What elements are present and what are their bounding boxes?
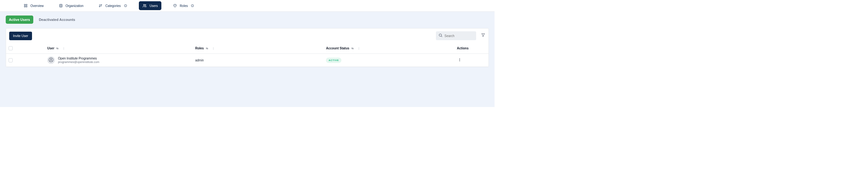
svg-point-24 [213,47,213,47]
status-badge: ACTIVE [326,58,341,63]
svg-point-34 [459,61,460,62]
svg-point-32 [459,59,460,59]
tab-active-users[interactable]: Active Users [6,15,33,24]
users-table: User [6,43,489,67]
table-header-row: User [6,43,489,54]
svg-point-5 [60,5,61,5]
svg-point-21 [64,47,64,47]
svg-point-23 [64,49,64,49]
nav-overview[interactable]: Overview [20,2,47,10]
avatar [47,57,55,64]
svg-rect-2 [24,6,26,7]
search-icon [438,33,442,39]
funnel-icon [481,33,485,39]
sort-desc-icon [99,4,102,8]
row-checkbox[interactable] [8,58,13,62]
sort-arrows-icon[interactable] [351,47,354,50]
nav-roles[interactable]: Roles [169,2,198,10]
button-label: Invite User [13,34,28,38]
svg-point-25 [213,48,213,48]
tab-label: Active Users [9,18,30,22]
nav-label: Users [150,4,158,8]
user-circle-icon [49,57,54,63]
user-email: programmes@openinstitute.com [58,61,99,64]
nav-users[interactable]: Users [139,1,161,10]
svg-point-10 [61,6,62,7]
svg-point-7 [60,6,61,6]
svg-point-14 [143,4,145,5]
svg-point-22 [64,48,64,48]
svg-line-20 [441,36,442,37]
nav-categories[interactable]: Categories [95,2,130,10]
building-icon [59,4,63,8]
svg-point-8 [61,6,62,6]
top-nav: Overview Organization Categories [0,0,495,12]
svg-rect-3 [26,6,27,7]
col-header-roles: Roles [195,46,204,50]
users-card: Invite User [6,28,489,67]
svg-point-6 [61,5,62,5]
tab-deactivated-accounts[interactable]: Deactivated Accounts [36,15,79,24]
svg-point-15 [145,4,146,5]
page-area: Active Users Deactivated Accounts Invite… [0,12,495,107]
info-circle-icon[interactable] [191,4,194,7]
select-all-checkbox[interactable] [8,46,13,50]
users-group-icon [142,3,147,8]
svg-point-31 [51,59,52,60]
svg-point-33 [459,60,460,60]
invite-user-button[interactable]: Invite User [9,32,32,40]
col-header-user: User [47,46,54,50]
svg-point-18 [192,5,193,5]
col-header-actions: Actions [457,46,469,50]
info-circle-icon[interactable] [124,4,127,7]
nav-label: Organization [66,4,84,8]
grid-icon [24,4,28,8]
nav-label: Overview [30,4,44,8]
nav-label: Categories [105,4,121,8]
svg-point-9 [60,6,61,7]
sort-arrows-icon[interactable] [56,47,59,50]
svg-point-26 [213,49,213,49]
shield-check-icon [173,4,177,8]
search-input[interactable] [444,34,474,38]
card-toolbar: Invite User [6,29,489,43]
nav-organization[interactable]: Organization [56,2,87,10]
svg-rect-0 [24,4,26,6]
vertical-dots-icon[interactable] [212,47,215,50]
svg-rect-1 [26,4,27,6]
search-wrap[interactable] [436,31,476,40]
table-row: Open Institute Programmes programmes@ope… [6,54,489,67]
user-name: Open Institute Programmes [58,57,99,61]
row-actions-button[interactable] [457,57,463,63]
sort-arrows-icon[interactable] [206,47,209,50]
vertical-dots-icon[interactable] [62,47,65,50]
nav-label: Roles [180,4,188,8]
vertical-dots-icon [458,58,462,62]
col-header-status: Account Status [326,46,349,50]
tab-label: Deactivated Accounts [39,18,75,22]
role-value: admin [195,59,204,62]
svg-point-27 [359,47,359,47]
user-cell: Open Institute Programmes programmes@ope… [47,57,190,64]
svg-point-29 [359,49,359,49]
vertical-dots-icon[interactable] [357,47,361,50]
filter-button[interactable] [481,34,485,38]
svg-point-13 [125,5,126,5]
svg-point-28 [359,48,359,48]
svg-rect-4 [60,4,62,7]
tabs-row: Active Users Deactivated Accounts [6,15,489,24]
